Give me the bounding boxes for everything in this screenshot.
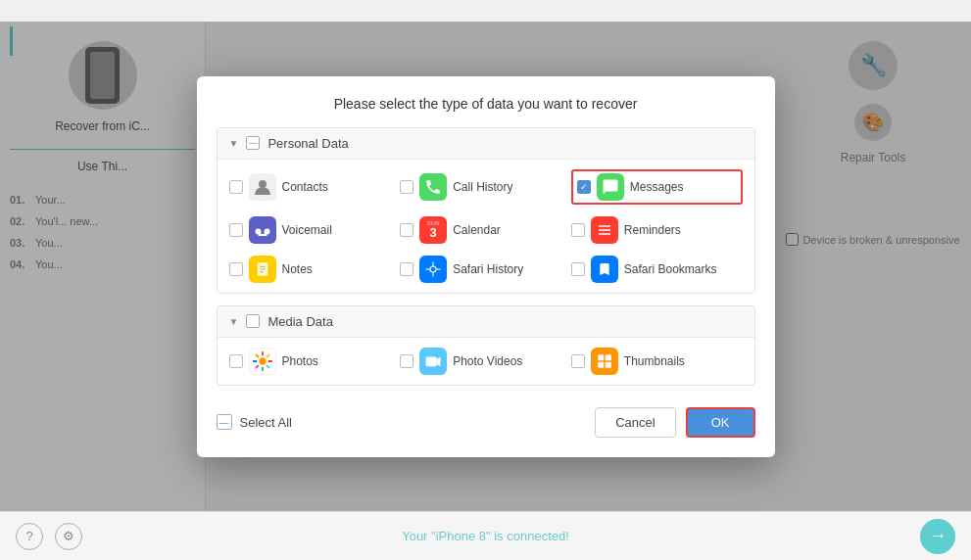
svg-rect-3 xyxy=(258,233,267,235)
photos-icon xyxy=(249,348,276,375)
reminders-checkbox[interactable] xyxy=(571,223,585,237)
ok-button[interactable]: OK xyxy=(686,407,755,438)
cancel-button[interactable]: Cancel xyxy=(595,407,675,438)
call-history-icon xyxy=(419,173,447,201)
svg-line-25 xyxy=(256,365,258,367)
gear-icon: ⚙ xyxy=(63,529,74,543)
dialog-title: Please select the type of data you want … xyxy=(217,96,755,112)
svg-rect-30 xyxy=(606,361,611,367)
status-bar: ? ⚙ Your "iPhone 8" is connected! → xyxy=(0,511,971,560)
safari-history-icon xyxy=(419,256,447,283)
notes-icon xyxy=(249,256,276,283)
select-all-label: Select All xyxy=(240,415,292,430)
calendar-checkbox[interactable] xyxy=(400,223,413,237)
photo-videos-checkbox[interactable] xyxy=(400,354,413,368)
settings-button[interactable]: ⚙ xyxy=(55,523,82,550)
dialog-footer: — Select All Cancel OK xyxy=(217,397,755,438)
svg-rect-26 xyxy=(426,356,437,366)
data-selection-dialog: Please select the type of data you want … xyxy=(197,76,775,457)
safari-history-label: Safari History xyxy=(453,262,523,276)
arrow-icon: → xyxy=(929,526,947,546)
dialog-buttons: Cancel OK xyxy=(595,407,754,438)
media-data-header: ▼ Media Data xyxy=(218,306,754,338)
contacts-item: Contacts xyxy=(229,169,401,205)
svg-point-1 xyxy=(255,228,261,234)
safari-history-checkbox[interactable] xyxy=(400,262,413,276)
calendar-item: SUN 3 Calendar xyxy=(400,216,571,244)
contacts-label: Contacts xyxy=(282,180,328,194)
safari-bookmarks-checkbox[interactable] xyxy=(571,262,585,276)
messages-item: Messages xyxy=(571,169,743,205)
call-history-checkbox[interactable] xyxy=(400,180,413,194)
notes-item: Notes xyxy=(229,256,401,283)
collapse-icon: ▼ xyxy=(229,138,239,149)
safari-bookmarks-icon xyxy=(591,256,618,283)
select-all-checkbox[interactable]: — xyxy=(217,414,232,430)
next-arrow-button[interactable]: → xyxy=(920,519,955,554)
help-button[interactable]: ? xyxy=(16,523,43,550)
question-icon: ? xyxy=(25,529,32,543)
svg-point-17 xyxy=(259,357,266,364)
contacts-checkbox[interactable] xyxy=(229,180,243,194)
photos-item: Photos xyxy=(229,348,401,375)
media-data-section: ▼ Media Data Photos xyxy=(217,305,755,386)
personal-data-grid: Contacts Call History Messages xyxy=(218,160,754,293)
photo-videos-label: Photo Videos xyxy=(453,354,522,368)
media-collapse-icon: ▼ xyxy=(229,316,239,327)
media-data-partial-checkbox[interactable] xyxy=(246,314,260,328)
thumbnails-item: Thumbnails xyxy=(571,348,743,375)
safari-history-item: Safari History xyxy=(400,256,571,283)
photos-label: Photos xyxy=(282,354,318,368)
safari-bookmarks-label: Safari Bookmarks xyxy=(624,262,717,276)
voicemail-checkbox[interactable] xyxy=(229,223,243,237)
thumbnails-label: Thumbnails xyxy=(624,354,685,368)
svg-point-2 xyxy=(264,228,269,234)
notes-label: Notes xyxy=(282,262,313,276)
svg-line-24 xyxy=(267,354,268,356)
voicemail-label: Voicemail xyxy=(282,223,332,237)
photos-checkbox[interactable] xyxy=(229,354,243,368)
messages-checkbox[interactable] xyxy=(577,180,591,194)
reminders-label: Reminders xyxy=(624,223,681,237)
reminders-item: Reminders xyxy=(571,216,743,244)
svg-rect-28 xyxy=(606,354,611,360)
personal-data-label: Personal Data xyxy=(267,136,348,151)
personal-data-section: ▼ — Personal Data Contacts xyxy=(217,127,755,294)
photo-videos-icon xyxy=(419,348,447,375)
voicemail-item: Voicemail xyxy=(229,216,401,244)
notes-checkbox[interactable] xyxy=(229,262,243,276)
thumbnails-checkbox[interactable] xyxy=(571,354,585,368)
call-history-item: Call History xyxy=(400,169,571,205)
messages-icon xyxy=(597,173,624,201)
calendar-label: Calendar xyxy=(453,223,501,237)
modal-overlay: Please select the type of data you want … xyxy=(0,22,971,511)
svg-line-22 xyxy=(256,354,258,356)
svg-line-23 xyxy=(267,365,268,367)
bottom-left-icons: ? ⚙ xyxy=(16,523,82,550)
personal-data-header: ▼ — Personal Data xyxy=(218,128,754,160)
calendar-icon: SUN 3 xyxy=(419,216,447,244)
photo-videos-item: Photo Videos xyxy=(400,348,571,375)
media-data-label: Media Data xyxy=(267,314,332,329)
reminders-icon xyxy=(591,216,618,244)
svg-rect-27 xyxy=(598,354,604,360)
media-data-grid: Photos Photo Videos Thumbnails xyxy=(218,338,754,385)
select-all-area: — Select All xyxy=(217,414,292,430)
svg-point-0 xyxy=(259,180,267,188)
thumbnails-icon xyxy=(591,348,618,375)
messages-label: Messages xyxy=(630,180,684,194)
personal-data-partial-checkbox[interactable]: — xyxy=(246,136,260,150)
status-text: Your "iPhone 8" is connected! xyxy=(402,529,569,543)
svg-rect-29 xyxy=(598,361,604,367)
contacts-icon xyxy=(249,173,276,201)
safari-bookmarks-item: Safari Bookmarks xyxy=(571,256,743,283)
call-history-label: Call History xyxy=(453,180,512,194)
voicemail-icon xyxy=(249,216,276,244)
